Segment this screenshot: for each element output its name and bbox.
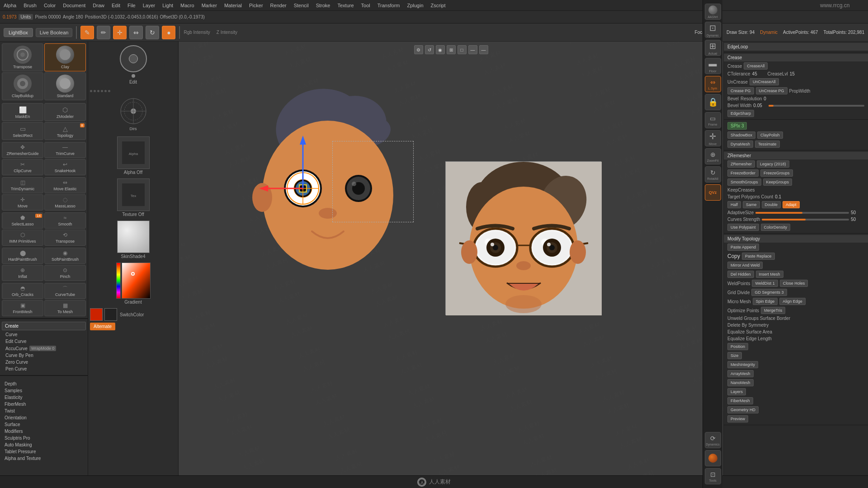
elasticity-item[interactable]: Elasticity (2, 394, 86, 401)
twist-item[interactable]: Twist (2, 408, 86, 414)
brush-transpose2[interactable]: ⟲ Transpose (44, 230, 86, 246)
adaptive-size-slider[interactable] (755, 212, 849, 214)
side-icon-rotate-all[interactable]: ↻ RotatAll (705, 166, 721, 183)
foreground-color[interactable] (90, 308, 103, 321)
vp-camera-icon[interactable]: □ (458, 45, 467, 54)
brush-move[interactable]: ✛ Move (2, 194, 43, 211)
keep-groups-btn[interactable]: KeepGroups (763, 178, 793, 186)
brush-selectrect[interactable]: ▭ SelectRect (2, 122, 43, 140)
auto-masking-item[interactable]: Auto Masking (2, 441, 86, 448)
del-hidden-btn[interactable]: Del Hidden (727, 271, 754, 278)
menu-transform[interactable]: Transform (377, 3, 400, 8)
clay-polish-btn[interactable]: ClayPolish (757, 131, 783, 139)
brush-tomesh[interactable]: ▦ To Mesh (44, 300, 86, 316)
pen-curve-item[interactable]: Pen Curve (2, 366, 86, 372)
brush-imm-primitives[interactable]: ⬡ IMM Primitives (2, 230, 43, 246)
menu-texture[interactable]: Texture (337, 3, 354, 8)
menu-color[interactable]: Color (44, 3, 56, 8)
brush-topology[interactable]: △ Topology 8 (44, 122, 86, 140)
brush-trimdynamic[interactable]: ◫ TrimDynamic (2, 177, 43, 193)
crease-all-btn[interactable]: CreaseAll (744, 62, 768, 70)
freeze-groups-btn[interactable]: FreezeGroups (760, 169, 793, 177)
alpha-swatch[interactable]: Alpha (117, 136, 150, 169)
brush-transpose[interactable]: Transpose (2, 43, 43, 71)
fibermesh-item[interactable]: FiberMesh (2, 401, 86, 408)
vp-minus-icon[interactable]: — (479, 45, 488, 54)
uncrease-all-btn[interactable]: UnCreaseAll (750, 78, 779, 85)
lightbox-button[interactable]: LightBox (4, 28, 33, 37)
alternate-button[interactable]: Alternate (90, 323, 115, 330)
skinshade-swatch[interactable] (117, 221, 150, 253)
surface-item[interactable]: Surface (2, 421, 86, 428)
fibermesh-btn[interactable]: FiberMesh (727, 397, 753, 404)
geometry-hd-btn[interactable]: Geometry HD (727, 406, 759, 413)
brush-pinch[interactable]: ⊙ Pinch (44, 265, 86, 281)
move-button[interactable]: ✛ (113, 26, 127, 39)
brush-zremeshguide[interactable]: ✥ ZRemesherGuide (2, 142, 43, 158)
size-btn[interactable]: Size (727, 352, 742, 359)
orientation-item[interactable]: Orientation (2, 414, 86, 421)
menu-render[interactable]: Render (270, 3, 287, 8)
samples-item[interactable]: Samples (2, 387, 86, 394)
brush-masslasso[interactable]: ◌ MassLasso (44, 194, 86, 211)
menu-light[interactable]: Light (162, 3, 173, 8)
vp-light-icon[interactable]: ◉ (436, 45, 445, 54)
color-picker[interactable] (116, 263, 151, 299)
menu-edit[interactable]: Edit (112, 3, 120, 8)
color-density-btn[interactable]: ColorDensity (761, 224, 791, 231)
zremesher-btn[interactable]: ZRemesher (727, 160, 755, 168)
merge-tris-btn[interactable]: MergeTris (761, 307, 785, 314)
side-icon-lock[interactable]: 🔒 (705, 94, 721, 110)
zremesher-section-header[interactable]: ZRemesher (724, 152, 868, 160)
rotate-button[interactable]: ↻ (146, 26, 159, 39)
use-polypaint-btn[interactable]: Use Polypaint (727, 224, 759, 231)
menu-alpha[interactable]: Alpha (4, 3, 16, 8)
curve-item[interactable]: Curve (2, 331, 86, 338)
edit-curve-item[interactable]: Edit Curve (2, 338, 86, 345)
position-btn[interactable]: Position (727, 343, 748, 350)
brush-smooth[interactable]: ≈ Smooth (44, 212, 86, 229)
array-mesh-btn[interactable]: ArrayMesh (727, 370, 754, 377)
brush-standard[interactable]: Standard (44, 72, 86, 100)
modify-topology-header[interactable]: Modify Topology (724, 235, 868, 243)
draw-mode-button[interactable]: ✏ (97, 26, 110, 39)
vp-settings-icon[interactable]: ⚙ (414, 45, 423, 54)
menu-document[interactable]: Document (63, 3, 85, 8)
curve-by-pen-item[interactable]: Curve By Pen (2, 352, 86, 359)
tessimate-btn[interactable]: Tessimate (755, 141, 780, 148)
menu-picker[interactable]: Picker (249, 3, 263, 8)
adapt-btn[interactable]: Adapt (783, 201, 800, 208)
vp-rotate-icon[interactable]: ↺ (425, 45, 434, 54)
brush-snakehook[interactable]: ↩ SnakeHook (44, 159, 86, 175)
menu-brush[interactable]: Brush (24, 3, 37, 8)
brush-inflat[interactable]: ⊕ Inflat (2, 265, 43, 281)
brush-masken[interactable]: ⬜ MaskEn (2, 103, 43, 121)
same-btn[interactable]: Same (743, 201, 760, 208)
gd-segments-btn[interactable]: GD Segments 3 (751, 289, 787, 296)
vp-snap-icon[interactable]: ⊞ (447, 45, 456, 54)
preview-btn[interactable]: Preview (727, 415, 748, 422)
uncrease-pg-btn[interactable]: UnCrease PG (756, 87, 788, 94)
background-color[interactable] (104, 308, 117, 321)
side-icon-orange[interactable] (705, 450, 721, 466)
half-btn[interactable]: Half (727, 201, 741, 208)
align-edge-btn[interactable]: Align Edge (779, 298, 806, 305)
paste-append-btn[interactable]: Paste Append (727, 244, 759, 251)
menu-tool[interactable]: Tool (361, 3, 370, 8)
side-icon-qvz[interactable]: QVz (705, 184, 721, 201)
legacy-btn[interactable]: Legacy (2018) (757, 160, 789, 168)
shadow-box-btn[interactable]: ShadowBox (727, 131, 755, 139)
side-icon-dynamics[interactable]: ⟳ Dynamics (705, 432, 721, 448)
texture-swatch[interactable]: Tex (117, 178, 150, 211)
double-btn[interactable]: Double (762, 201, 781, 208)
sphere-button[interactable]: ● (162, 26, 175, 39)
side-icon-frame[interactable]: ▭ Frame (705, 112, 721, 128)
menu-layer[interactable]: Layer (143, 3, 156, 8)
side-icon-floor[interactable]: ▬ Floor (705, 58, 721, 74)
menu-file[interactable]: File (127, 3, 136, 8)
menu-material[interactable]: Material (224, 3, 242, 8)
smooth-groups-btn[interactable]: SmoothGroups (727, 178, 761, 186)
layers-btn[interactable]: Layers (727, 388, 746, 395)
menu-stroke[interactable]: Stroke (316, 3, 330, 8)
live-boolean-button[interactable]: Live Boolean (36, 28, 73, 37)
